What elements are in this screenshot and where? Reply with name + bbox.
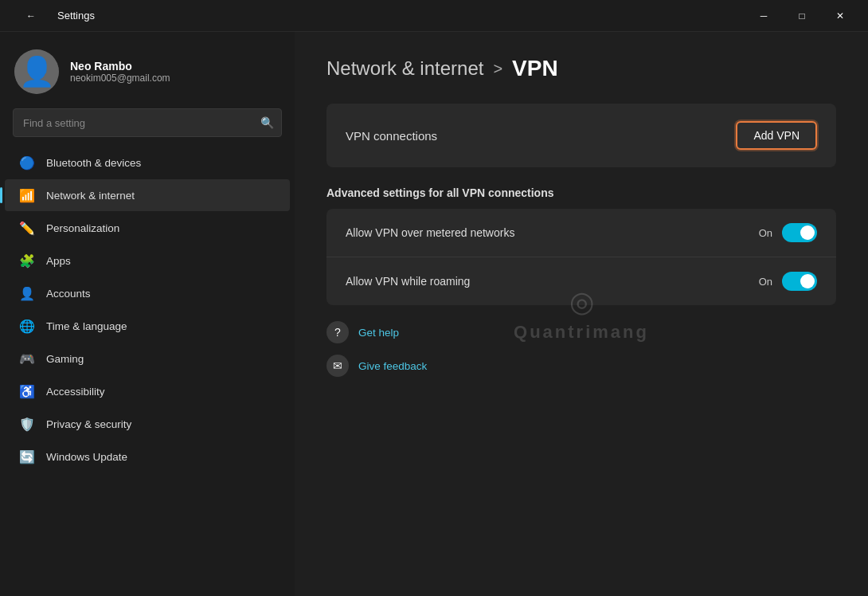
toggle-right-roaming: On xyxy=(759,272,817,291)
advanced-settings-card: Allow VPN over metered networks On Allow… xyxy=(326,209,836,305)
sidebar-item-label: Network & internet xyxy=(46,190,135,202)
sidebar-nav: 🔵 Bluetooth & devices 📶 Network & intern… xyxy=(0,147,295,472)
get-help-link[interactable]: Get help xyxy=(358,327,399,339)
breadcrumb: Network & internet > VPN xyxy=(326,56,836,81)
vpn-connections-row: VPN connections Add VPN xyxy=(326,104,836,167)
gaming-icon: 🎮 xyxy=(19,351,35,367)
advanced-settings-section: Advanced settings for all VPN connection… xyxy=(326,186,836,305)
user-profile[interactable]: Neo Rambo neokim005@gmail.com xyxy=(0,41,295,108)
sidebar-item-label: Time & language xyxy=(46,320,127,332)
personalization-icon: ✏️ xyxy=(19,220,35,236)
toggle-right-metered: On xyxy=(759,223,817,242)
give-feedback-icon: ✉ xyxy=(326,355,349,377)
sidebar: Neo Rambo neokim005@gmail.com 🔍 🔵 Blueto… xyxy=(0,32,295,596)
breadcrumb-current: VPN xyxy=(512,56,558,81)
avatar xyxy=(14,49,59,94)
sidebar-item-label: Accessibility xyxy=(46,386,105,398)
sidebar-item-accessibility[interactable]: ♿ Accessibility xyxy=(5,375,290,407)
window-controls: ─ □ ✕ xyxy=(745,3,858,29)
toggle-label-roaming: Allow VPN while roaming xyxy=(346,275,470,288)
main-content: Network & internet > VPN VPN connections… xyxy=(295,32,868,596)
update-icon: 🔄 xyxy=(19,449,35,465)
apps-icon: 🧩 xyxy=(19,253,35,269)
breadcrumb-parent: Network & internet xyxy=(326,57,483,80)
toggle-row-roaming: Allow VPN while roaming On xyxy=(326,257,836,305)
close-button[interactable]: ✕ xyxy=(822,3,858,29)
sidebar-item-label: Bluetooth & devices xyxy=(46,157,141,169)
toggle-switch-roaming[interactable] xyxy=(782,272,817,291)
sidebar-item-privacy[interactable]: 🛡️ Privacy & security xyxy=(5,408,290,440)
sidebar-item-network[interactable]: 📶 Network & internet xyxy=(5,179,290,211)
sidebar-item-update[interactable]: 🔄 Windows Update xyxy=(5,441,290,472)
sidebar-item-label: Privacy & security xyxy=(46,418,131,430)
toggle-label-metered: Allow VPN over metered networks xyxy=(346,226,514,239)
accessibility-icon: ♿ xyxy=(19,383,35,399)
vpn-connections-card: VPN connections Add VPN xyxy=(326,104,836,167)
titlebar: ← Settings ─ □ ✕ xyxy=(0,0,868,32)
privacy-icon: 🛡️ xyxy=(19,416,35,432)
toggle-switch-metered[interactable] xyxy=(782,223,817,242)
sidebar-item-label: Windows Update xyxy=(46,451,127,463)
user-info: Neo Rambo neokim005@gmail.com xyxy=(70,60,170,84)
search-icon: 🔍 xyxy=(260,116,274,129)
user-name: Neo Rambo xyxy=(70,60,170,73)
get-help-icon: ? xyxy=(326,321,349,343)
sidebar-item-label: Personalization xyxy=(46,222,119,234)
back-button[interactable]: ← xyxy=(13,3,49,29)
vpn-connections-label: VPN connections xyxy=(346,129,437,143)
breadcrumb-separator: > xyxy=(493,60,502,78)
get-help-row[interactable]: ? Get help xyxy=(326,321,836,343)
search-input[interactable] xyxy=(13,108,282,137)
sidebar-item-label: Gaming xyxy=(46,353,84,365)
sidebar-item-accounts[interactable]: 👤 Accounts xyxy=(5,277,290,309)
accounts-icon: 👤 xyxy=(19,285,35,301)
time-icon: 🌐 xyxy=(19,318,35,334)
sidebar-item-personalization[interactable]: ✏️ Personalization xyxy=(5,212,290,244)
sidebar-item-label: Apps xyxy=(46,255,71,267)
user-email: neokim005@gmail.com xyxy=(70,73,170,84)
sidebar-item-gaming[interactable]: 🎮 Gaming xyxy=(5,343,290,374)
search-box: 🔍 xyxy=(13,108,282,137)
toggle-row-metered: Allow VPN over metered networks On xyxy=(326,209,836,257)
sidebar-item-label: Accounts xyxy=(46,288,91,300)
maximize-button[interactable]: □ xyxy=(784,3,820,29)
toggle-status-roaming: On xyxy=(759,276,772,288)
give-feedback-row[interactable]: ✉ Give feedback xyxy=(326,355,836,377)
bluetooth-icon: 🔵 xyxy=(19,155,35,171)
advanced-settings-title: Advanced settings for all VPN connection… xyxy=(326,186,836,199)
minimize-button[interactable]: ─ xyxy=(745,3,782,29)
sidebar-item-bluetooth[interactable]: 🔵 Bluetooth & devices xyxy=(5,147,290,178)
app-title: Settings xyxy=(57,10,95,22)
network-icon: 📶 xyxy=(19,187,35,203)
sidebar-item-time[interactable]: 🌐 Time & language xyxy=(5,310,290,342)
help-links: ? Get help ✉ Give feedback xyxy=(326,321,836,377)
give-feedback-link[interactable]: Give feedback xyxy=(358,360,427,372)
sidebar-item-apps[interactable]: 🧩 Apps xyxy=(5,245,290,276)
add-vpn-button[interactable]: Add VPN xyxy=(736,121,817,150)
toggle-status-metered: On xyxy=(759,227,772,239)
